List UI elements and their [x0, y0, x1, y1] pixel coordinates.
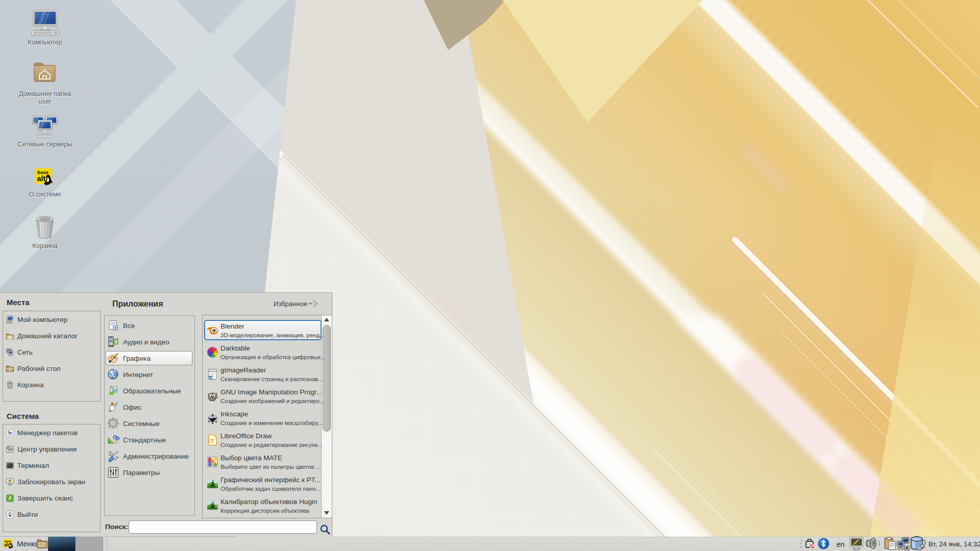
svg-text:OCR: OCR	[208, 377, 212, 379]
svg-text:alt: alt	[4, 543, 9, 547]
svg-text:alt: alt	[37, 174, 46, 183]
